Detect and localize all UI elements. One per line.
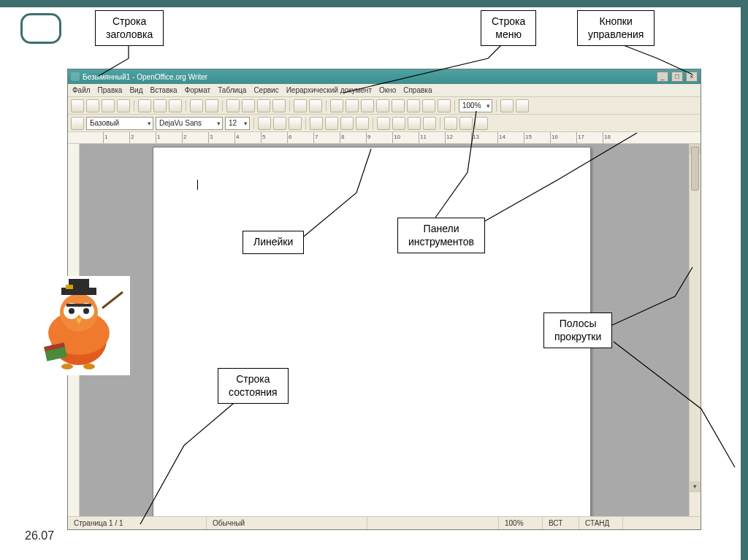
formatting-toolbar: Базовый DejaVu Sans 12 bbox=[68, 115, 701, 132]
pdf-icon[interactable] bbox=[138, 99, 151, 112]
label-scrollbars: Полосы прокрутки bbox=[543, 312, 612, 348]
slide-date: 26.07 bbox=[25, 529, 54, 542]
close-doc-icon[interactable] bbox=[516, 99, 529, 112]
menu-bar: Файл Правка Вид Вставка Формат Таблица С… bbox=[68, 84, 701, 97]
align-center-icon[interactable] bbox=[325, 117, 338, 130]
openoffice-writer-window: Безымянный1 - OpenOffice.org Writer _ □ … bbox=[67, 69, 701, 530]
menu-item[interactable]: Вид bbox=[129, 86, 142, 94]
bg-color-icon[interactable] bbox=[475, 117, 488, 130]
open-icon[interactable] bbox=[86, 99, 99, 112]
status-bar: Страница 1 / 1 Обычный 100% ВСТ СТАНД bbox=[68, 516, 701, 529]
menu-item[interactable]: Окно bbox=[379, 86, 396, 94]
align-right-icon[interactable] bbox=[340, 117, 354, 130]
scroll-down-icon[interactable]: ▾ bbox=[690, 481, 701, 491]
font-combo[interactable]: DejaVu Sans bbox=[156, 117, 223, 130]
separator bbox=[186, 100, 186, 112]
highlight-icon[interactable] bbox=[459, 117, 473, 130]
autospell-icon[interactable] bbox=[205, 99, 218, 112]
separator bbox=[496, 100, 497, 112]
menu-item[interactable]: Файл bbox=[72, 86, 91, 94]
spellcheck-icon[interactable] bbox=[190, 99, 203, 112]
drawing-icon[interactable] bbox=[361, 99, 374, 112]
app-icon bbox=[71, 72, 80, 81]
label-control-buttons: Кнопки управления bbox=[577, 10, 654, 46]
window-title: Безымянный1 - OpenOffice.org Writer bbox=[83, 73, 654, 81]
styles-icon[interactable] bbox=[71, 117, 84, 130]
redo-icon[interactable] bbox=[309, 99, 322, 112]
email-icon[interactable] bbox=[117, 99, 130, 112]
slide-border-top bbox=[0, 0, 748, 7]
svg-rect-7 bbox=[66, 304, 91, 307]
minimize-button[interactable]: _ bbox=[657, 72, 668, 82]
maximize-button[interactable]: □ bbox=[671, 72, 683, 82]
menu-item[interactable]: Справка bbox=[403, 86, 432, 94]
menu-item[interactable]: Вставка bbox=[150, 86, 177, 94]
align-left-icon[interactable] bbox=[310, 117, 323, 130]
find-icon[interactable] bbox=[376, 99, 389, 112]
print-icon[interactable] bbox=[153, 99, 167, 112]
separator bbox=[222, 100, 223, 112]
status-spacer bbox=[367, 517, 499, 529]
font-color-icon[interactable] bbox=[444, 117, 457, 130]
separator bbox=[440, 118, 440, 129]
separator bbox=[373, 118, 373, 129]
format-paint-icon[interactable] bbox=[272, 99, 286, 112]
page-nav-buttons[interactable] bbox=[690, 491, 701, 516]
datasource-icon[interactable] bbox=[422, 99, 435, 112]
separator bbox=[305, 118, 306, 129]
text-cursor bbox=[197, 180, 198, 190]
menu-item[interactable]: Правка bbox=[98, 86, 123, 94]
preview-icon[interactable] bbox=[169, 99, 182, 112]
svg-point-15 bbox=[61, 364, 73, 369]
copy-icon[interactable] bbox=[242, 99, 255, 112]
navigator-icon[interactable] bbox=[392, 99, 405, 112]
save-icon[interactable] bbox=[102, 99, 115, 112]
slide-corner-decoration bbox=[20, 13, 61, 44]
bold-icon[interactable] bbox=[258, 117, 271, 130]
paste-icon[interactable] bbox=[257, 99, 270, 112]
separator bbox=[134, 100, 134, 112]
scroll-thumb[interactable] bbox=[691, 147, 699, 191]
hyperlink-icon[interactable] bbox=[330, 99, 343, 112]
close-button[interactable]: × bbox=[686, 72, 698, 82]
slide-border-right bbox=[741, 0, 748, 560]
style-combo[interactable]: Базовый bbox=[86, 117, 153, 130]
status-insert[interactable]: ВСТ bbox=[543, 517, 579, 529]
vertical-scrollbar[interactable]: ▴ ▾ bbox=[689, 144, 701, 516]
undo-icon[interactable] bbox=[294, 99, 307, 112]
indent-inc-icon[interactable] bbox=[423, 117, 436, 130]
status-std[interactable]: СТАНД bbox=[579, 517, 623, 529]
cut-icon[interactable] bbox=[226, 99, 240, 112]
menu-item[interactable]: Сервис bbox=[253, 86, 278, 94]
menu-item[interactable]: Таблица bbox=[218, 86, 246, 94]
document-page[interactable] bbox=[153, 147, 591, 516]
table-icon[interactable] bbox=[346, 99, 359, 112]
zoom-combo[interactable]: 100% bbox=[459, 99, 492, 112]
numbering-icon[interactable] bbox=[377, 117, 390, 130]
horizontal-ruler[interactable]: 12123456789101112131415161718 bbox=[68, 132, 701, 144]
separator bbox=[454, 100, 455, 112]
svg-point-5 bbox=[69, 308, 75, 314]
title-bar: Безымянный1 - OpenOffice.org Writer _ □ … bbox=[68, 69, 701, 84]
underline-icon[interactable] bbox=[289, 117, 302, 130]
standard-toolbar: 100% bbox=[68, 97, 701, 115]
bullets-icon[interactable] bbox=[392, 117, 405, 130]
status-style: Обычный bbox=[207, 517, 367, 529]
italic-icon[interactable] bbox=[273, 117, 286, 130]
help-icon[interactable] bbox=[500, 99, 514, 112]
status-page: Страница 1 / 1 bbox=[68, 517, 207, 529]
svg-point-16 bbox=[83, 364, 95, 369]
svg-point-6 bbox=[83, 308, 89, 314]
separator bbox=[326, 100, 327, 112]
label-toolbars: Панели инструментов bbox=[397, 218, 485, 253]
new-doc-icon[interactable] bbox=[71, 99, 84, 112]
align-justify-icon[interactable] bbox=[356, 117, 369, 130]
label-title-bar: Строка заголовка bbox=[95, 10, 164, 46]
nonprint-icon[interactable] bbox=[438, 99, 451, 112]
font-size-combo[interactable]: 12 bbox=[225, 117, 250, 130]
indent-dec-icon[interactable] bbox=[408, 117, 421, 130]
gallery-icon[interactable] bbox=[407, 99, 420, 112]
menu-item[interactable]: Иерархический документ bbox=[286, 86, 372, 94]
menu-item[interactable]: Формат bbox=[185, 86, 211, 94]
status-zoom[interactable]: 100% bbox=[499, 517, 543, 529]
